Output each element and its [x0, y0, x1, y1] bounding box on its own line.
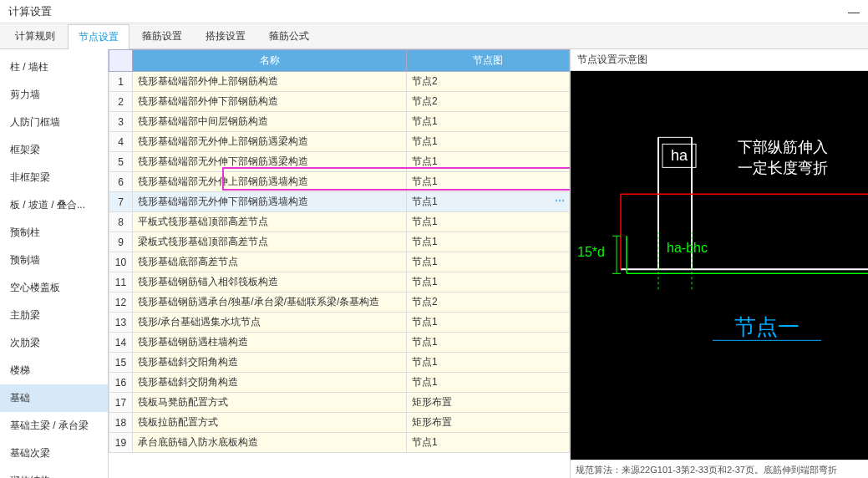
sidebar-item-8[interactable]: 空心楼盖板: [0, 274, 108, 302]
table-body: 1筏形基础端部外伸上部钢筋构造节点22筏形基础端部外伸下部钢筋构造节点23筏形基…: [109, 72, 570, 453]
sidebar-item-13[interactable]: 基础主梁 / 承台梁: [0, 412, 108, 440]
table-row[interactable]: 18筏板拉筋配置方式矩形布置: [109, 413, 570, 433]
row-num: 19: [109, 433, 133, 453]
table-row[interactable]: 15筏形基础斜交阳角构造节点1: [109, 353, 570, 373]
row-node[interactable]: 节点2: [407, 292, 570, 313]
svg-text:一定长度弯折: 一定长度弯折: [738, 160, 828, 176]
table-row[interactable]: 16筏形基础斜交阴角构造节点1: [109, 373, 570, 393]
row-node[interactable]: 节点1: [407, 212, 570, 232]
row-node[interactable]: 节点1: [407, 353, 570, 373]
node-table: 名称 节点图 1筏形基础端部外伸上部钢筋构造节点22筏形基础端部外伸下部钢筋构造…: [109, 49, 570, 453]
row-num: 11: [109, 272, 133, 292]
table-wrap: 名称 节点图 1筏形基础端部外伸上部钢筋构造节点22筏形基础端部外伸下部钢筋构造…: [109, 49, 571, 478]
sidebar-item-11[interactable]: 楼梯: [0, 357, 108, 384]
col-name: 名称: [133, 50, 407, 72]
table-row[interactable]: 11筏形基础钢筋锚入相邻筏板构造节点1: [109, 272, 570, 292]
table-row[interactable]: 7筏形基础端部无外伸下部钢筋遇墙构造节点1⋯: [109, 192, 570, 212]
row-num: 2: [109, 92, 133, 112]
main: 名称 节点图 1筏形基础端部外伸上部钢筋构造节点22筏形基础端部外伸下部钢筋构造…: [109, 49, 868, 478]
sidebar-item-9[interactable]: 主肋梁: [0, 302, 108, 329]
row-name: 筏形基础端部外伸上部钢筋构造: [133, 72, 407, 92]
row-node[interactable]: 节点1: [407, 313, 570, 333]
row-num: 1: [109, 72, 133, 92]
table-row[interactable]: 10筏形基础底部高差节点节点1: [109, 252, 570, 272]
titlebar: 计算设置 —: [0, 0, 868, 23]
content: 柱 / 墙柱剪力墙人防门框墙框架梁非框架梁板 / 坡道 / 叠合...预制柱预制…: [0, 49, 868, 478]
row-node[interactable]: 节点1: [407, 272, 570, 292]
table-row[interactable]: 8平板式筏形基础顶部高差节点节点1: [109, 212, 570, 232]
row-node[interactable]: 节点1: [407, 172, 570, 192]
row-name: 筏形基础斜交阳角构造: [133, 353, 407, 373]
sidebar-item-14[interactable]: 基础次梁: [0, 440, 108, 467]
svg-text:ha-bhc: ha-bhc: [667, 241, 708, 255]
row-node[interactable]: 节点1: [407, 132, 570, 152]
row-num: 6: [109, 172, 133, 192]
row-num: 14: [109, 333, 133, 353]
row-num: 5: [109, 152, 133, 172]
table-row[interactable]: 14筏形基础钢筋遇柱墙构造节点1: [109, 333, 570, 353]
row-num: 10: [109, 252, 133, 272]
table-row[interactable]: 12筏形基础钢筋遇承台/独基/承台梁/基础联系梁/条基构造节点2: [109, 292, 570, 313]
row-num: 17: [109, 393, 133, 413]
sidebar-item-6[interactable]: 预制柱: [0, 219, 108, 247]
sidebar-item-10[interactable]: 次肋梁: [0, 329, 108, 357]
ellipsis-button[interactable]: ⋯: [555, 195, 564, 206]
row-name: 筏板马凳筋配置方式: [133, 393, 407, 413]
row-num: 15: [109, 353, 133, 373]
sidebar-item-12[interactable]: 基础: [0, 384, 108, 412]
table-row[interactable]: 1筏形基础端部外伸上部钢筋构造节点2: [109, 72, 570, 92]
table-row[interactable]: 17筏板马凳筋配置方式矩形布置: [109, 393, 570, 413]
tab-3[interactable]: 搭接设置: [195, 23, 256, 48]
sidebar-item-4[interactable]: 非框架梁: [0, 164, 108, 191]
sidebar-item-1[interactable]: 剪力墙: [0, 81, 108, 109]
row-node[interactable]: 矩形布置: [407, 413, 570, 433]
sidebar-item-3[interactable]: 框架梁: [0, 136, 108, 164]
row-name: 筏形基础端部无外伸下部钢筋遇梁构造: [133, 152, 407, 172]
table-row[interactable]: 5筏形基础端部无外伸下部钢筋遇梁构造节点1: [109, 152, 570, 172]
row-node[interactable]: 节点2: [407, 72, 570, 92]
tab-2[interactable]: 箍筋设置: [131, 23, 193, 48]
row-name: 筏形基础斜交阴角构造: [133, 373, 407, 393]
sidebar: 柱 / 墙柱剪力墙人防门框墙框架梁非框架梁板 / 坡道 / 叠合...预制柱预制…: [0, 49, 109, 478]
row-node[interactable]: 节点2: [407, 92, 570, 112]
sidebar-item-2[interactable]: 人防门框墙: [0, 109, 108, 136]
sidebar-item-0[interactable]: 柱 / 墙柱: [0, 53, 108, 81]
row-node[interactable]: 节点1⋯: [407, 192, 570, 212]
sidebar-item-15[interactable]: 砌体结构: [0, 467, 108, 478]
row-name: 筏形基础端部无外伸上部钢筋遇墙构造: [133, 172, 407, 192]
row-name: 筏形基础钢筋遇柱墙构造: [133, 333, 407, 353]
row-name: 筏形基础端部外伸下部钢筋构造: [133, 92, 407, 112]
table-row[interactable]: 13筏形/承台基础遇集水坑节点节点1: [109, 313, 570, 333]
row-node[interactable]: 矩形布置: [407, 393, 570, 413]
row-node[interactable]: 节点1: [407, 112, 570, 132]
minimize-button[interactable]: —: [848, 5, 860, 18]
row-node[interactable]: 节点1: [407, 373, 570, 393]
sidebar-item-7[interactable]: 预制墙: [0, 247, 108, 274]
table-row[interactable]: 6筏形基础端部无外伸上部钢筋遇墙构造节点1: [109, 172, 570, 192]
row-num: 18: [109, 413, 133, 433]
window-title: 计算设置: [8, 4, 52, 19]
table-row[interactable]: 2筏形基础端部外伸下部钢筋构造节点2: [109, 92, 570, 112]
tab-4[interactable]: 箍筋公式: [258, 23, 320, 48]
svg-text:节点一: 节点一: [734, 314, 799, 339]
table-row[interactable]: 9梁板式筏形基础顶部高差节点节点1: [109, 232, 570, 252]
row-name: 梁板式筏形基础顶部高差节点: [133, 232, 407, 252]
row-node[interactable]: 节点1: [407, 433, 570, 453]
tab-1[interactable]: 节点设置: [68, 24, 129, 49]
row-node[interactable]: 节点1: [407, 333, 570, 353]
preview-title: 节点设置示意图: [571, 49, 868, 71]
row-name: 筏板拉筋配置方式: [133, 413, 407, 433]
row-node[interactable]: 节点1: [407, 252, 570, 272]
row-name: 筏形基础钢筋锚入相邻筏板构造: [133, 272, 407, 292]
row-num: 9: [109, 232, 133, 252]
sidebar-item-5[interactable]: 板 / 坡道 / 叠合...: [0, 191, 108, 219]
row-name: 筏形基础端部无外伸上部钢筋遇梁构造: [133, 132, 407, 152]
table-row[interactable]: 3筏形基础端部中间层钢筋构造节点1: [109, 112, 570, 132]
tab-0[interactable]: 计算规则: [4, 23, 66, 48]
row-node[interactable]: 节点1: [407, 232, 570, 252]
table-row[interactable]: 19承台底筋锚入防水底板构造节点1: [109, 433, 570, 453]
row-num: 8: [109, 212, 133, 232]
table-row[interactable]: 4筏形基础端部无外伸上部钢筋遇梁构造节点1: [109, 132, 570, 152]
row-node[interactable]: 节点1: [407, 152, 570, 172]
row-name: 筏形/承台基础遇集水坑节点: [133, 313, 407, 333]
